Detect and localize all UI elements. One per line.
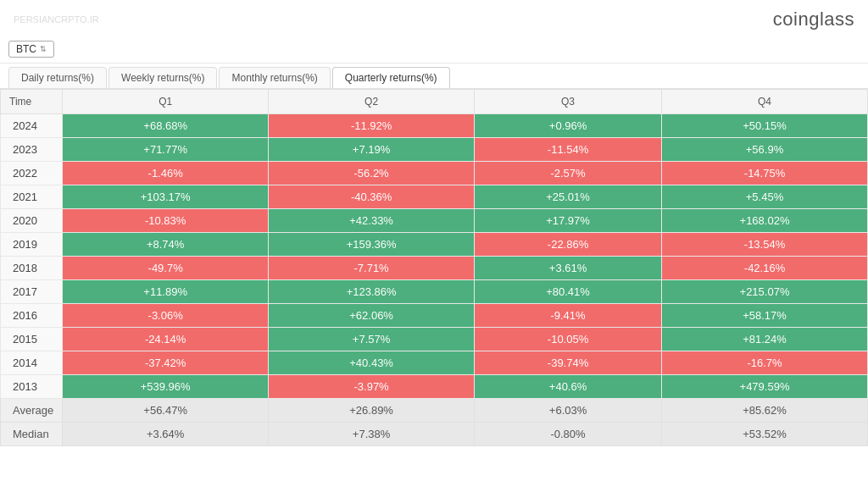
q2-cell: +42.33% <box>269 209 475 233</box>
q4-cell: +56.9% <box>662 138 868 162</box>
table-row: 2014-37.42%+40.43%-39.74%-16.7% <box>1 351 868 375</box>
year-cell: 2021 <box>1 185 63 209</box>
q3-cell: -39.74% <box>475 351 662 375</box>
year-cell: 2013 <box>1 375 63 399</box>
q1-cell: -3.06% <box>63 304 269 328</box>
q3-cell: -2.57% <box>475 162 662 185</box>
q4-cell: +50.15% <box>662 114 868 138</box>
q4-cell: +58.17% <box>662 304 868 328</box>
year-cell: 2018 <box>1 257 63 280</box>
q4-cell: +215.07% <box>662 280 868 304</box>
median-q4: +53.52% <box>662 423 868 446</box>
avg-q4: +85.62% <box>662 399 868 423</box>
median-q1: +3.64% <box>63 423 269 446</box>
year-cell: 2024 <box>1 114 63 138</box>
returns-table: Time Q1 Q2 Q3 Q4 2024+68.68%-11.92%+0.96… <box>0 89 868 446</box>
q4-cell: -16.7% <box>662 351 868 375</box>
table-row: 2024+68.68%-11.92%+0.96%+50.15% <box>1 114 868 138</box>
q2-cell: -3.97% <box>269 375 475 399</box>
q3-cell: -9.41% <box>475 304 662 328</box>
q2-cell: +40.43% <box>269 351 475 375</box>
q3-cell: +17.97% <box>475 209 662 233</box>
q2-cell: -40.36% <box>269 185 475 209</box>
year-cell: 2022 <box>1 162 63 185</box>
median-label: Median <box>1 423 63 446</box>
q1-cell: +103.17% <box>63 185 269 209</box>
year-cell: 2015 <box>1 328 63 351</box>
col-q1: Q1 <box>63 90 269 114</box>
year-cell: 2016 <box>1 304 63 328</box>
table-row: 2021+103.17%-40.36%+25.01%+5.45% <box>1 185 868 209</box>
col-q3: Q3 <box>475 90 662 114</box>
table-row: 2015-24.14%+7.57%-10.05%+81.24% <box>1 328 868 351</box>
col-q2: Q2 <box>269 90 475 114</box>
q1-cell: -37.42% <box>63 351 269 375</box>
median-q2: +7.38% <box>269 423 475 446</box>
tab-monthly[interactable]: Monthly returns(%) <box>219 67 330 88</box>
q2-cell: +7.57% <box>269 328 475 351</box>
tab-daily[interactable]: Daily returns(%) <box>8 67 107 88</box>
q2-cell: -56.2% <box>269 162 475 185</box>
table-row: 2019+8.74%+159.36%-22.86%-13.54% <box>1 233 868 257</box>
avg-q2: +26.89% <box>269 399 475 423</box>
table-row: 2022-1.46%-56.2%-2.57%-14.75% <box>1 162 868 185</box>
q1-cell: +8.74% <box>63 233 269 257</box>
q3-cell: -11.54% <box>475 138 662 162</box>
q4-cell: +5.45% <box>662 185 868 209</box>
year-cell: 2020 <box>1 209 63 233</box>
table-row: 2013+539.96%-3.97%+40.6%+479.59% <box>1 375 868 399</box>
q2-cell: +62.06% <box>269 304 475 328</box>
q2-cell: +123.86% <box>269 280 475 304</box>
q1-cell: +11.89% <box>63 280 269 304</box>
year-cell: 2019 <box>1 233 63 257</box>
q1-cell: -24.14% <box>63 328 269 351</box>
q4-cell: +81.24% <box>662 328 868 351</box>
q4-cell: -14.75% <box>662 162 868 185</box>
btc-selector[interactable]: BTC ⇅ <box>8 41 54 58</box>
watermark: PERSIANCRPTO.IR <box>14 14 99 25</box>
q2-cell: +159.36% <box>269 233 475 257</box>
q3-cell: +40.6% <box>475 375 662 399</box>
q1-cell: -10.83% <box>63 209 269 233</box>
q2-cell: -7.71% <box>269 257 475 280</box>
q1-cell: +68.68% <box>63 114 269 138</box>
col-q4: Q4 <box>662 90 868 114</box>
q2-cell: -11.92% <box>269 114 475 138</box>
col-time: Time <box>1 90 63 114</box>
table-row: 2020-10.83%+42.33%+17.97%+168.02% <box>1 209 868 233</box>
avg-q3: +6.03% <box>475 399 662 423</box>
q1-cell: +539.96% <box>63 375 269 399</box>
q3-cell: -22.86% <box>475 233 662 257</box>
tab-weekly[interactable]: Weekly returns(%) <box>108 67 217 88</box>
avg-q1: +56.47% <box>63 399 269 423</box>
brand-logo: coinglass <box>773 8 854 30</box>
q3-cell: -10.05% <box>475 328 662 351</box>
tab-quarterly[interactable]: Quarterly returns(%) <box>332 67 450 88</box>
q3-cell: +0.96% <box>475 114 662 138</box>
table-row: 2016-3.06%+62.06%-9.41%+58.17% <box>1 304 868 328</box>
chevron-icon: ⇅ <box>40 45 47 53</box>
q1-cell: -49.7% <box>63 257 269 280</box>
table-row: 2017+11.89%+123.86%+80.41%+215.07% <box>1 280 868 304</box>
year-cell: 2017 <box>1 280 63 304</box>
year-cell: 2014 <box>1 351 63 375</box>
tabs-bar: Daily returns(%) Weekly returns(%) Month… <box>0 64 868 89</box>
q4-cell: -13.54% <box>662 233 868 257</box>
q3-cell: +25.01% <box>475 185 662 209</box>
q2-cell: +7.19% <box>269 138 475 162</box>
btc-label: BTC <box>16 43 36 55</box>
q4-cell: -42.16% <box>662 257 868 280</box>
q4-cell: +479.59% <box>662 375 868 399</box>
table-row: 2018-49.7%-7.71%+3.61%-42.16% <box>1 257 868 280</box>
q1-cell: +71.77% <box>63 138 269 162</box>
year-cell: 2023 <box>1 138 63 162</box>
median-q3: -0.80% <box>475 423 662 446</box>
table-row: 2023+71.77%+7.19%-11.54%+56.9% <box>1 138 868 162</box>
q4-cell: +168.02% <box>662 209 868 233</box>
q1-cell: -1.46% <box>63 162 269 185</box>
q3-cell: +80.41% <box>475 280 662 304</box>
q3-cell: +3.61% <box>475 257 662 280</box>
avg-label: Average <box>1 399 63 423</box>
